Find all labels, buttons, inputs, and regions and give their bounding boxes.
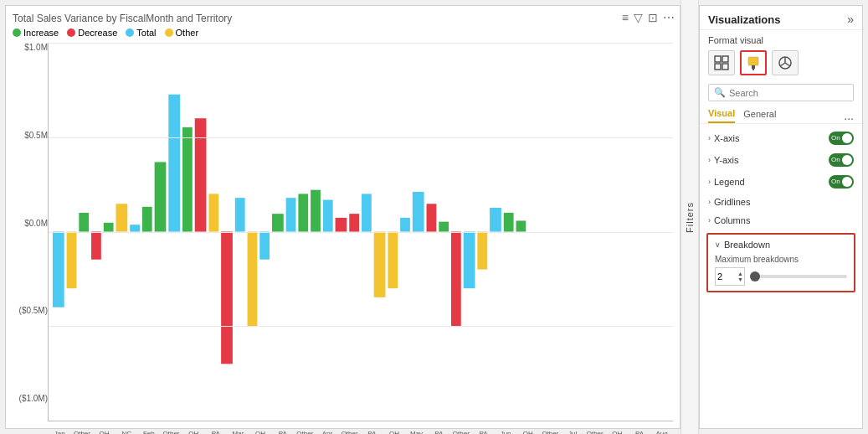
paint-format-button[interactable] [740, 50, 767, 75]
legend-item-total: Total [126, 28, 156, 38]
tab-general[interactable]: General [743, 109, 776, 122]
section-columns-left: › Columns [708, 215, 750, 225]
y-axis-labels: $1.0M $0.5M $0.0M ($0.5M) ($1.0M) [13, 43, 48, 421]
legend-label-other: Other [176, 28, 199, 38]
section-yaxis-label: Y-axis [714, 155, 739, 165]
x-label: Jan [49, 430, 71, 434]
svg-rect-15 [248, 232, 258, 327]
x-label: Other [583, 430, 606, 434]
viz-expand-button[interactable]: » [847, 13, 854, 26]
toggle-legend-label: On [831, 178, 840, 185]
spinner-buttons: ▲ ▼ [737, 268, 743, 285]
x-label: NC [116, 430, 138, 434]
section-list: › X-axis On › Y-axis On › Legend On [700, 124, 862, 428]
x-label: OH [383, 430, 406, 434]
y-label-5: ($1.0M) [13, 394, 48, 403]
legend-dot-increase [13, 28, 21, 37]
svg-rect-5 [116, 204, 127, 231]
chevron-xaxis-icon: › [708, 134, 711, 142]
legend-label-increase: Increase [23, 28, 59, 38]
svg-rect-35 [504, 213, 514, 232]
section-item-gridlines[interactable]: › Gridlines [700, 193, 862, 211]
x-label: Apr [316, 430, 339, 434]
spinner-down-button[interactable]: ▼ [737, 276, 743, 282]
section-xaxis-label: X-axis [714, 133, 740, 143]
svg-rect-42 [752, 65, 755, 69]
x-label: PA [629, 430, 651, 434]
chevron-gridlines-icon: › [708, 198, 711, 206]
svg-rect-10 [182, 127, 193, 232]
section-item-legend[interactable]: › Legend On [700, 171, 862, 193]
section-item-yaxis[interactable]: › Y-axis On [700, 149, 862, 171]
section-columns-label: Columns [714, 215, 750, 225]
toggle-xaxis-label: On [831, 134, 840, 142]
gridline-top [49, 43, 673, 44]
svg-rect-7 [142, 207, 152, 232]
more-icon[interactable]: ⋯ [663, 11, 675, 24]
svg-rect-11 [195, 118, 207, 231]
spinner-up-button[interactable]: ▲ [737, 271, 743, 276]
toggle-xaxis[interactable]: On [829, 132, 854, 145]
x-axis-labels: Jan Other OH NC Feb Other OH PA Mar OH P… [49, 430, 673, 434]
analytics-format-button[interactable] [772, 50, 799, 75]
toggle-yaxis[interactable]: On [829, 153, 854, 167]
svg-line-46 [785, 63, 790, 66]
svg-rect-29 [427, 204, 437, 231]
svg-rect-40 [722, 64, 728, 70]
svg-rect-13 [221, 232, 233, 364]
svg-rect-34 [490, 208, 501, 231]
legend-item-decrease: Decrease [67, 28, 117, 38]
svg-rect-32 [464, 232, 475, 289]
x-label: OH [249, 430, 272, 434]
svg-line-47 [780, 63, 785, 66]
x-label: Other [338, 430, 361, 434]
svg-rect-19 [298, 194, 308, 231]
svg-rect-27 [400, 218, 410, 232]
section-gridlines-label: Gridlines [714, 197, 750, 207]
tab-visual[interactable]: Visual [708, 108, 735, 123]
section-legend-left: › Legend [708, 177, 745, 187]
x-label: Jun [495, 430, 517, 434]
focus-icon[interactable]: ⊡ [648, 11, 658, 24]
toggle-legend[interactable]: On [829, 175, 854, 189]
breakdown-title: ∨ Breakdown [715, 240, 847, 250]
section-yaxis-left: › Y-axis [708, 155, 739, 165]
svg-rect-17 [272, 214, 284, 231]
y-label-3: $0.0M [13, 219, 48, 228]
svg-rect-4 [104, 223, 114, 232]
x-label: Other [294, 430, 316, 434]
x-label: PA [472, 430, 495, 434]
paint-icon [746, 55, 761, 70]
slider-thumb[interactable] [750, 271, 760, 282]
tab-more-button[interactable]: ... [844, 109, 854, 122]
grid-icon [714, 55, 729, 70]
chart-panel: ≡ ▽ ⊡ ⋯ Total Sales Variance by FiscalMo… [5, 5, 681, 429]
svg-rect-31 [451, 232, 461, 327]
number-input-box[interactable]: ▲ ▼ [715, 267, 745, 286]
chart-header-icons: ≡ ▽ ⊡ ⋯ [622, 11, 675, 24]
svg-rect-16 [259, 232, 270, 260]
slider-track[interactable] [750, 275, 847, 278]
section-item-xaxis[interactable]: › X-axis On [700, 127, 862, 149]
svg-rect-24 [362, 194, 372, 231]
grid-format-button[interactable] [708, 50, 735, 75]
y-label-4: ($0.5M) [13, 306, 48, 315]
section-item-columns[interactable]: › Columns [700, 211, 862, 230]
legend-item-increase: Increase [13, 28, 59, 38]
legend-label-total: Total [136, 28, 156, 38]
search-box[interactable]: 🔍 [708, 84, 854, 101]
svg-rect-3 [91, 232, 101, 260]
filters-strip[interactable]: Filters [681, 0, 699, 434]
search-input[interactable] [729, 88, 848, 98]
x-label: OH [606, 430, 629, 434]
x-label: Other [539, 430, 562, 434]
analytics-icon [778, 55, 793, 70]
chevron-legend-icon: › [708, 178, 711, 186]
breakdown-title-label: Breakdown [724, 240, 770, 250]
filter-icon[interactable]: ▽ [634, 11, 643, 24]
legend-dot-decrease [67, 28, 75, 37]
svg-rect-0 [53, 232, 64, 307]
breakdown-number-input[interactable] [717, 271, 736, 282]
svg-rect-28 [413, 192, 424, 231]
viz-panel: Visualizations » Format visual [699, 5, 863, 429]
